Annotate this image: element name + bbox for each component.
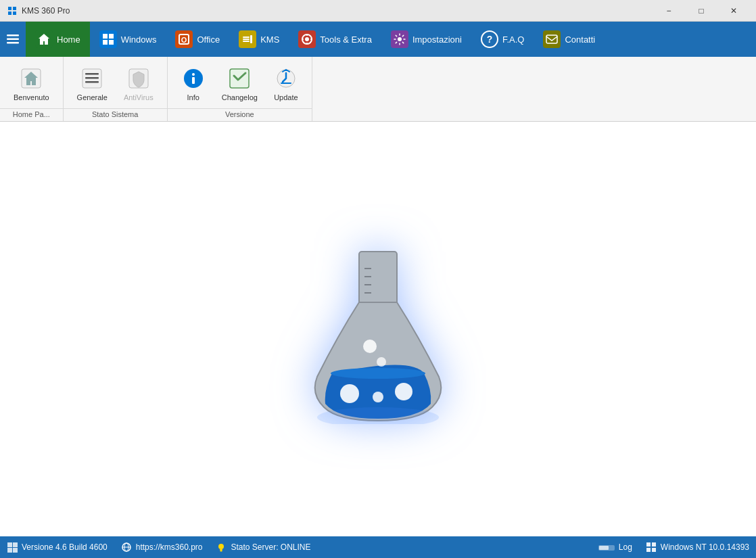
minimize-button[interactable]: − [653, 0, 684, 22]
svg-point-40 [331, 368, 425, 379]
svg-rect-32 [192, 77, 195, 84]
svg-point-45 [395, 383, 412, 400]
globe-icon [121, 542, 132, 553]
update-icon [274, 66, 298, 91]
ribbon-group-label-versione: Versione [168, 108, 312, 121]
svg-rect-0 [8, 7, 11, 10]
ribbon-btn-generale[interactable]: Generale [70, 62, 114, 106]
svg-rect-59 [646, 542, 651, 547]
log-bar-icon [598, 543, 615, 551]
svg-rect-49 [7, 548, 12, 553]
nav-item-office[interactable]: O Office [166, 22, 229, 57]
svg-point-44 [373, 392, 383, 402]
nav-label-contatti: Contatti [565, 34, 595, 45]
nav-item-impostazioni[interactable]: Impostazioni [381, 22, 471, 57]
status-bar: Versione 4.6 Build 4600 https://kms360.p… [0, 536, 756, 558]
nav-label-office: Office [197, 34, 220, 45]
ribbon-group-stato: Generale AntiVirus Stato Sistema [64, 57, 168, 121]
faq-icon: ? [481, 30, 498, 48]
ribbon-label-update: Update [274, 93, 298, 101]
windows-status-icon [646, 542, 657, 553]
flask-image [304, 241, 452, 424]
svg-rect-23 [546, 35, 557, 43]
svg-rect-27 [85, 77, 99, 79]
nav-item-tools[interactable]: Tools & Extra [289, 22, 381, 57]
svg-rect-2 [8, 11, 11, 15]
svg-rect-56 [220, 551, 222, 552]
windows-icon [99, 30, 117, 48]
svg-rect-28 [85, 81, 99, 83]
server-status-text: Stato Server: ONLINE [231, 542, 310, 552]
status-version: Versione 4.6 Build 4600 [7, 542, 108, 553]
contatti-icon [543, 30, 561, 48]
ribbon-btn-update[interactable]: Update [267, 62, 305, 106]
title-bar: KMS 360 Pro − □ ✕ [0, 0, 756, 22]
svg-point-54 [218, 544, 224, 549]
ribbon-btn-info[interactable]: Info [174, 62, 212, 106]
nav-item-home[interactable]: Home [26, 22, 90, 57]
ribbon-label-generale: Generale [77, 93, 108, 101]
ribbon-label-info: Info [187, 93, 199, 101]
svg-rect-1 [13, 7, 16, 10]
ribbon-btn-changelog[interactable]: Changelog [215, 62, 264, 106]
status-log[interactable]: Log [598, 542, 632, 552]
close-button[interactable]: ✕ [718, 0, 749, 22]
nav-item-faq[interactable]: ? F.A.Q [471, 22, 534, 57]
svg-point-43 [340, 384, 359, 403]
svg-rect-60 [652, 542, 656, 547]
version-icon [7, 542, 18, 553]
ribbon-group-versione: Info Changelog [168, 57, 312, 121]
window-controls: − □ ✕ [653, 0, 749, 22]
ribbon-label-benvenuto: Benvenuto [14, 93, 49, 101]
house-icon [19, 66, 43, 91]
app-icon [7, 5, 18, 16]
ribbon-spacer [312, 57, 756, 121]
impostazioni-icon [391, 30, 408, 48]
svg-point-42 [377, 357, 386, 367]
bulb-icon [216, 542, 227, 553]
changelog-icon [227, 66, 252, 91]
status-website: https://kms360.pro [121, 542, 203, 553]
info-icon [181, 66, 206, 91]
svg-text:O: O [181, 36, 187, 44]
svg-point-22 [398, 37, 402, 41]
ribbon-group-label-homepage: Home Pa... [0, 108, 63, 121]
ribbon-group-label-stato: Stato Sistema [64, 108, 167, 121]
nav-label-impostazioni: Impostazioni [412, 34, 462, 45]
nav-item-windows[interactable]: Windows [90, 22, 166, 57]
list-icon [80, 66, 104, 91]
svg-rect-4 [7, 34, 19, 37]
ribbon-group-homepage: Benvenuto Home Pa... [0, 57, 64, 121]
ribbon: Benvenuto Home Pa... Generale [0, 57, 756, 122]
svg-point-31 [192, 73, 195, 76]
status-server: Stato Server: ONLINE [216, 542, 310, 553]
shield-icon [126, 66, 151, 91]
main-content [0, 122, 756, 543]
nav-bar: Home Windows O Office [0, 22, 756, 57]
svg-rect-48 [13, 542, 18, 547]
svg-rect-10 [109, 40, 114, 45]
svg-rect-8 [109, 34, 114, 39]
ribbon-btn-antivirus[interactable]: AntiVirus [117, 62, 160, 106]
svg-rect-7 [103, 34, 108, 39]
svg-rect-16 [250, 35, 252, 43]
svg-rect-5 [7, 39, 19, 41]
ribbon-btn-benvenuto[interactable]: Benvenuto [7, 62, 56, 106]
nav-label-tools: Tools & Extra [320, 34, 372, 45]
kms-icon [239, 30, 256, 48]
nav-item-kms[interactable]: KMS [229, 22, 289, 57]
status-os: Windows NT 10.0.14393 [646, 542, 749, 553]
menu-button[interactable] [0, 22, 26, 57]
svg-rect-50 [13, 548, 18, 553]
log-label: Log [619, 542, 632, 552]
nav-item-contatti[interactable]: Contatti [534, 22, 605, 57]
home-icon [35, 30, 53, 48]
maximize-button[interactable]: □ [686, 0, 717, 22]
ribbon-label-antivirus: AntiVirus [124, 93, 153, 101]
svg-point-41 [363, 340, 377, 353]
svg-rect-62 [652, 548, 656, 552]
nav-label-faq: F.A.Q [502, 34, 525, 45]
os-text: Windows NT 10.0.14393 [661, 542, 749, 552]
nav-label-home: Home [57, 34, 80, 45]
svg-rect-61 [646, 548, 651, 552]
